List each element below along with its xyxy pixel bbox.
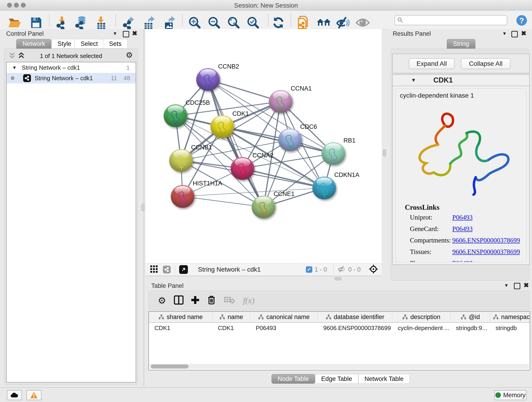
panel-menu-icon[interactable]: ▼ [113, 31, 117, 36]
panel-close-icon[interactable]: ✖ [524, 283, 529, 288]
import-database-icon[interactable] [74, 16, 87, 30]
tab-edge-table[interactable]: Edge Table [315, 374, 358, 384]
table-row[interactable]: CDK1 CDK1 P06493 9606.ENSP00000378699 cy… [149, 323, 530, 333]
network-row[interactable]: String Network – cdk1 11 48 [7, 73, 136, 83]
add-column-icon[interactable] [191, 296, 200, 305]
network-view-share-icon[interactable] [163, 266, 171, 274]
memory-button[interactable]: Memory [494, 390, 526, 400]
search-input[interactable] [403, 17, 503, 24]
expand-all-chevrons-icon[interactable] [18, 52, 25, 60]
left-splitter-handle[interactable] [141, 204, 145, 211]
network-nodes-layer: CCNB2CCNA1CDC25BCDK1CDC6RB1CCNB1CCNA2CDK… [146, 29, 382, 263]
zoom-fit-icon[interactable] [227, 16, 240, 30]
zoom-in-icon[interactable] [188, 16, 201, 30]
crosslink-link[interactable]: P06493 [452, 225, 473, 233]
expand-all-button[interactable]: Expand All [409, 58, 455, 69]
network-node-RB1[interactable] [322, 142, 345, 165]
column-header-shared-name[interactable]: shared name [149, 312, 212, 322]
document-share-icon[interactable] [298, 16, 310, 31]
network-node-CDC25B[interactable] [164, 104, 187, 127]
crosslink-link[interactable]: 9606.ENSP00000378699 [452, 236, 520, 244]
tab-node-table[interactable]: Node Table [272, 374, 315, 384]
network-node-HIST1H1A[interactable] [171, 185, 195, 208]
string-network-icon [23, 74, 31, 82]
horizontal-scrollbar[interactable] [150, 364, 529, 369]
detach-view-icon[interactable] [179, 265, 188, 274]
network-node-CCNB1[interactable] [169, 149, 193, 172]
tree-expand-icon[interactable]: ▼ [12, 65, 17, 70]
panel-menu-icon[interactable]: ▼ [502, 31, 507, 36]
crosslink-link[interactable]: P06493 [452, 214, 473, 221]
home-networks-icon[interactable] [317, 17, 331, 29]
node-label-HIST1H1A: HIST1H1A [193, 180, 222, 187]
crosslink-link[interactable]: P06493 [452, 259, 473, 262]
panel-close-icon[interactable]: ✖ [132, 31, 137, 36]
import-table-icon[interactable] [95, 16, 107, 30]
network-collection-row[interactable]: ▼ String Network – cdk1 1 [7, 62, 136, 73]
column-header-namespace[interactable]: namespace [490, 312, 530, 322]
panel-menu-icon[interactable]: ▼ [504, 283, 509, 288]
crosslink-label: GeneCard: [410, 225, 452, 233]
export-table-icon[interactable] [143, 16, 156, 30]
network-node-CCNE1[interactable] [252, 196, 275, 218]
collapse-all-button[interactable]: Collapse All [461, 58, 510, 69]
right-splitter-handle[interactable] [383, 149, 386, 157]
scrollbar-thumb[interactable] [151, 364, 189, 369]
show-eye-icon[interactable] [355, 17, 370, 29]
function-builder-icon[interactable]: f(x) [243, 296, 254, 305]
delete-column-icon[interactable] [207, 295, 215, 306]
panel-close-icon[interactable]: ✖ [521, 31, 526, 36]
network-node-CCNB2[interactable] [196, 68, 220, 91]
zoom-out-icon[interactable] [208, 16, 221, 30]
open-session-icon[interactable] [8, 17, 21, 30]
crosslink-link[interactable]: 9606.ENSP00000378699 [452, 248, 520, 255]
column-header-database-identifier[interactable]: database identifier [318, 312, 392, 322]
gene-header[interactable]: ▼ CDK1 [393, 75, 529, 86]
zoom-selected-icon[interactable] [247, 16, 260, 30]
collapse-all-chevrons-icon[interactable] [9, 52, 16, 60]
cloud-button[interactable] [7, 390, 22, 400]
cell-id: stringdb:9... [450, 323, 490, 333]
export-network-icon[interactable] [123, 16, 135, 30]
refresh-icon[interactable] [272, 16, 285, 30]
table-settings-gear-icon[interactable]: ⚙ [158, 297, 166, 304]
gene-name: CDK1 [433, 76, 453, 84]
warning-button[interactable] [26, 390, 41, 400]
column-header-id[interactable]: @id [450, 312, 490, 322]
network-canvas[interactable]: CCNB2CCNA1CDC25BCDK1CDC6RB1CCNB1CCNA2CDK… [146, 29, 382, 263]
tab-sets[interactable]: Sets [103, 39, 128, 49]
selected-nodes-checkbox[interactable]: ✓ [306, 266, 312, 273]
import-network-icon[interactable] [55, 16, 68, 30]
bottom-splitter-handle[interactable] [334, 277, 342, 280]
tab-string[interactable]: String [447, 39, 475, 49]
network-node-CCNA1[interactable] [269, 90, 293, 113]
export-image-icon[interactable] [163, 16, 176, 30]
panel-float-icon[interactable] [123, 31, 129, 37]
network-view-toolbar: String Network – cdk1 ✓ 1 - 0 0 - 0 [146, 263, 382, 276]
section-collapse-icon[interactable]: ▼ [411, 77, 416, 83]
tab-select[interactable]: Select [75, 39, 104, 49]
column-header-canonical-name[interactable]: canonical name [250, 312, 318, 322]
column-header-description[interactable]: description [392, 312, 450, 322]
grid-view-icon[interactable] [150, 265, 158, 274]
tab-network[interactable]: Network [16, 39, 51, 49]
cell-name: CDK1 [212, 323, 250, 333]
network-node-CDKN1A[interactable] [312, 177, 336, 199]
crosslink-label: Compartments: [410, 236, 452, 244]
delete-table-icon[interactable] [224, 296, 235, 305]
network-node-CDC6[interactable] [278, 128, 302, 151]
network-list-options-gear-icon[interactable]: ⚙ [126, 51, 133, 59]
network-node-CCNA2[interactable] [230, 157, 254, 180]
column-header-name[interactable]: name [212, 312, 250, 322]
hide-panel-eye-icon[interactable] [336, 16, 350, 30]
panel-float-icon[interactable] [514, 283, 520, 289]
show-columns-icon[interactable] [174, 295, 184, 306]
tab-style[interactable]: Style [51, 39, 77, 49]
tab-network-table[interactable]: Network Table [358, 374, 410, 384]
panel-float-icon[interactable] [511, 31, 518, 37]
birdseye-crosshair-icon[interactable] [369, 264, 378, 274]
network-node-CDK1[interactable] [210, 115, 234, 138]
save-session-icon[interactable] [31, 17, 42, 30]
help-icon[interactable]: ? [516, 15, 527, 26]
node-label-CDKN1A: CDKN1A [334, 172, 360, 179]
